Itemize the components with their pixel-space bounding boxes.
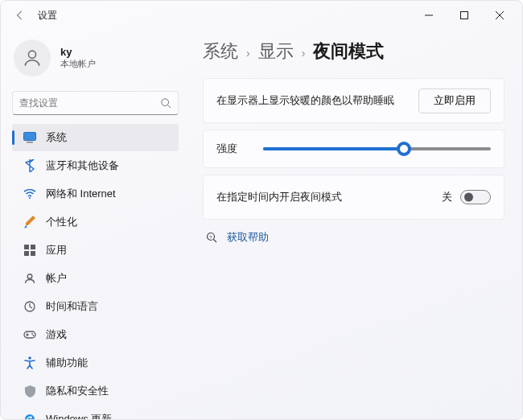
nav-label: 网络和 Internet bbox=[46, 187, 116, 201]
maximize-button[interactable] bbox=[447, 4, 482, 27]
profile-name: ky bbox=[60, 46, 96, 58]
search-box[interactable] bbox=[12, 91, 179, 115]
slider-thumb[interactable] bbox=[397, 142, 411, 156]
help-section: ? 获取帮助 bbox=[203, 231, 504, 245]
profile-block[interactable]: ky 本地帐户 bbox=[7, 35, 183, 88]
nav-item-gaming[interactable]: 游戏 bbox=[12, 321, 179, 348]
nav-label: 系统 bbox=[46, 130, 67, 145]
gaming-icon bbox=[23, 328, 36, 341]
nav-item-time-language[interactable]: 时间和语言 bbox=[12, 293, 179, 320]
titlebar: 设置 bbox=[1, 1, 522, 30]
nav-item-personalization[interactable]: 个性化 bbox=[12, 208, 179, 236]
svg-rect-12 bbox=[24, 251, 29, 256]
close-button[interactable] bbox=[482, 4, 517, 27]
nav-item-bluetooth[interactable]: 蓝牙和其他设备 bbox=[12, 152, 179, 179]
accessibility-icon bbox=[23, 356, 36, 369]
svg-text:?: ? bbox=[209, 234, 212, 239]
nav-label: 隐私和安全性 bbox=[46, 384, 109, 398]
schedule-toggle[interactable] bbox=[460, 190, 491, 204]
close-icon bbox=[496, 11, 504, 19]
strength-slider[interactable] bbox=[263, 141, 491, 157]
svg-rect-13 bbox=[31, 251, 35, 256]
settings-window: 设置 ky 本地帐户 系统 bbox=[0, 0, 523, 420]
bluetooth-icon bbox=[23, 159, 36, 172]
minimize-icon bbox=[425, 11, 433, 19]
wifi-icon bbox=[23, 187, 36, 200]
svg-point-5 bbox=[162, 99, 169, 106]
svg-point-17 bbox=[31, 333, 33, 335]
svg-rect-1 bbox=[461, 12, 468, 19]
svg-point-9 bbox=[29, 197, 31, 199]
breadcrumb-parent[interactable]: 显示 bbox=[258, 39, 294, 64]
clock-globe-icon bbox=[23, 300, 36, 313]
nav-label: 帐户 bbox=[46, 271, 67, 286]
arrow-left-icon bbox=[14, 10, 26, 21]
nav-item-privacy[interactable]: 隐私和安全性 bbox=[12, 377, 179, 405]
enable-card: 在显示器上显示较暖的颜色以帮助睡眠 立即启用 bbox=[203, 78, 504, 123]
svg-point-14 bbox=[27, 274, 32, 279]
nav-item-accessibility[interactable]: 辅助功能 bbox=[12, 349, 179, 377]
breadcrumb: 系统 › 显示 › 夜间模式 bbox=[203, 39, 504, 64]
nav-label: 辅助功能 bbox=[46, 356, 88, 370]
nav-label: 蓝牙和其他设备 bbox=[46, 159, 119, 173]
get-help-link[interactable]: 获取帮助 bbox=[227, 231, 269, 245]
account-icon bbox=[23, 272, 36, 285]
chevron-right-icon: › bbox=[302, 47, 306, 60]
minimize-button[interactable] bbox=[411, 4, 447, 27]
nav-label: Windows 更新 bbox=[46, 412, 112, 419]
strength-label: 强度 bbox=[216, 142, 249, 156]
nav-item-system[interactable]: 系统 bbox=[12, 124, 179, 151]
schedule-card[interactable]: 在指定时间内开启夜间模式 关 bbox=[203, 175, 504, 220]
avatar bbox=[14, 39, 51, 76]
search-icon bbox=[160, 97, 171, 109]
chevron-right-icon: › bbox=[246, 47, 250, 60]
svg-rect-8 bbox=[27, 142, 33, 143]
apps-icon bbox=[23, 244, 36, 257]
svg-rect-7 bbox=[24, 133, 36, 141]
nav-label: 应用 bbox=[46, 243, 67, 257]
nav-label: 游戏 bbox=[46, 327, 67, 342]
schedule-state: 关 bbox=[442, 191, 452, 204]
svg-point-18 bbox=[33, 335, 35, 336]
person-icon bbox=[22, 47, 43, 68]
breadcrumb-root[interactable]: 系统 bbox=[203, 39, 238, 64]
svg-point-19 bbox=[28, 356, 31, 360]
page-title: 夜间模式 bbox=[313, 39, 384, 64]
brush-icon bbox=[23, 216, 36, 229]
svg-rect-10 bbox=[24, 245, 29, 249]
toggle-knob bbox=[464, 193, 473, 202]
sidebar: ky 本地帐户 系统 蓝牙和其他设备 网络和 In bbox=[1, 30, 190, 419]
back-button[interactable] bbox=[10, 6, 30, 25]
nav-item-network[interactable]: 网络和 Internet bbox=[12, 180, 179, 208]
system-icon bbox=[23, 131, 36, 144]
nav-item-accounts[interactable]: 帐户 bbox=[12, 265, 179, 292]
enable-description: 在显示器上显示较暖的颜色以帮助睡眠 bbox=[216, 94, 409, 108]
svg-rect-11 bbox=[31, 245, 35, 249]
nav-label: 个性化 bbox=[46, 215, 77, 229]
schedule-label: 在指定时间内开启夜间模式 bbox=[216, 191, 442, 204]
slider-fill bbox=[263, 147, 404, 150]
maximize-icon bbox=[460, 11, 468, 19]
strength-card: 强度 bbox=[203, 130, 504, 168]
shield-icon bbox=[23, 385, 36, 397]
enable-now-button[interactable]: 立即启用 bbox=[418, 89, 491, 113]
nav-label: 时间和语言 bbox=[46, 299, 98, 314]
window-title: 设置 bbox=[38, 9, 57, 23]
profile-subtitle: 本地帐户 bbox=[60, 58, 96, 70]
main-content: 系统 › 显示 › 夜间模式 在显示器上显示较暖的颜色以帮助睡眠 立即启用 强度 bbox=[190, 30, 522, 419]
svg-point-4 bbox=[28, 51, 35, 58]
update-icon bbox=[23, 413, 36, 419]
svg-line-6 bbox=[168, 105, 171, 109]
nav-item-windows-update[interactable]: Windows 更新 bbox=[12, 406, 179, 419]
nav-item-apps[interactable]: 应用 bbox=[12, 237, 179, 264]
help-icon: ? bbox=[206, 232, 219, 245]
nav-list: 系统 蓝牙和其他设备 网络和 Internet 个性化 应用 bbox=[7, 123, 183, 419]
search-input[interactable] bbox=[19, 97, 160, 109]
